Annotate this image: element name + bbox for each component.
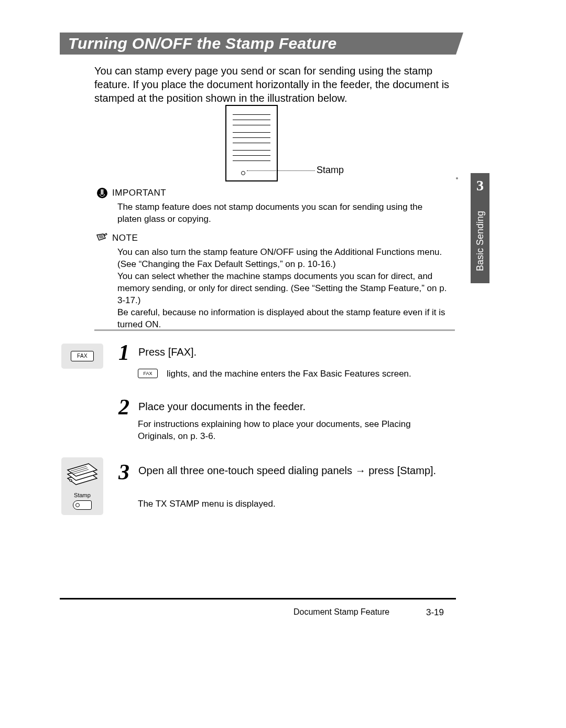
note-para-2: You can select whether the machine stamp… [117, 271, 447, 305]
stamp-panel-graphic: Stamp [61, 457, 103, 515]
step-3-number: 3 [118, 459, 129, 485]
chapter-number: 3 [471, 173, 489, 194]
edge-dot-icon [456, 177, 458, 179]
footer-rule [60, 598, 456, 599]
svg-line-0 [99, 235, 103, 237]
step-3-body: The TX STAMP menu is displayed. [138, 498, 447, 510]
step-1-number: 1 [118, 340, 129, 365]
stamp-panel-label: Stamp [61, 492, 103, 498]
step-3-heading-b: press [Stamp]. [366, 465, 437, 476]
step-3-heading-a: Open all three one-touch speed dialing p… [138, 465, 355, 476]
intro-paragraph: You can stamp every page you send or sca… [94, 64, 455, 105]
svg-line-1 [99, 237, 103, 238]
important-text: The stamp feature does not stamp documen… [117, 201, 448, 226]
step-2-body: For instructions explaining how to place… [138, 419, 447, 443]
fax-key-label: FAX [71, 351, 94, 361]
important-label: IMPORTANT [112, 188, 166, 198]
stamp-leader-line [247, 170, 315, 171]
step-1-heading: Press [FAX]. [138, 346, 197, 358]
section-title: Turning ON/OFF the Stamp Feature [60, 33, 456, 55]
chapter-side-tab: 3 Basic Sending [471, 173, 489, 283]
footer-section-title: Document Stamp Feature [293, 607, 389, 617]
important-icon [97, 188, 107, 198]
chapter-title: Basic Sending [475, 211, 486, 271]
fax-inline-key-icon: FAX [138, 369, 158, 378]
note-label: NOTE [112, 233, 138, 243]
arrow-icon: → [355, 465, 366, 476]
svg-line-2 [100, 238, 104, 239]
section-divider [94, 329, 455, 331]
panels-icon [66, 461, 99, 490]
note-para-3: Be careful, because no information is di… [117, 307, 445, 329]
fax-key-graphic: FAX [61, 344, 103, 369]
note-icon [96, 233, 107, 242]
stamp-position-dot [241, 171, 245, 175]
step-3-heading: Open all three one-touch speed dialing p… [138, 465, 448, 477]
note-text: You can also turn the stamp feature ON/O… [117, 247, 453, 331]
footer-page-number: 3-19 [426, 607, 444, 618]
step-1-body: lights, and the machine enters the Fax B… [167, 368, 460, 380]
stamp-key-icon [73, 500, 92, 510]
note-para-1: You can also turn the stamp feature ON/O… [117, 247, 442, 269]
step-2-heading: Place your documents in the feeder. [138, 401, 306, 413]
stamp-pointer-label: Stamp [317, 165, 344, 176]
svg-point-9 [70, 479, 72, 481]
section-title-bar: Turning ON/OFF the Stamp Feature [60, 33, 456, 55]
step-2-number: 2 [118, 394, 129, 420]
manual-page: Turning ON/OFF the Stamp Feature You can… [0, 0, 566, 728]
